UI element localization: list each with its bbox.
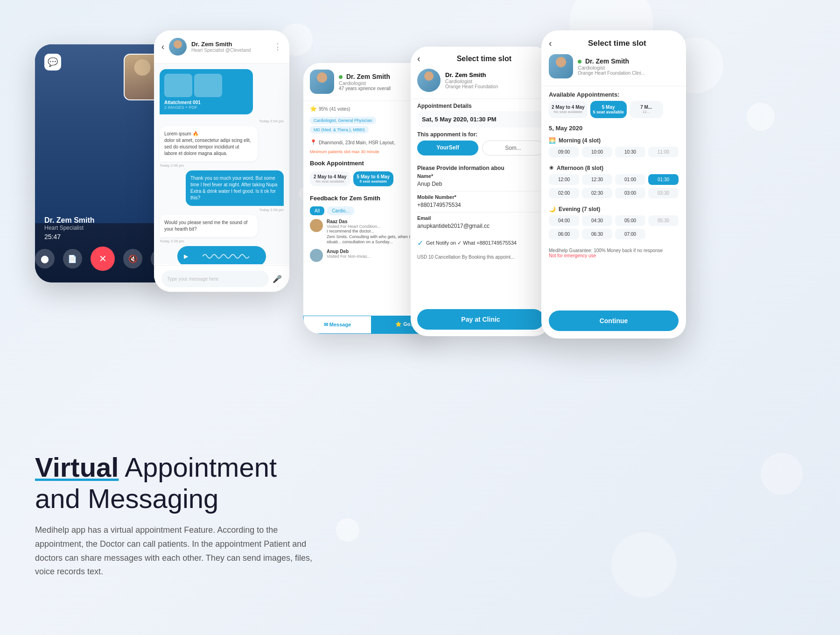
- tab-all[interactable]: All: [310, 206, 324, 215]
- phone-appointment: ‹ Select time slot Dr. Zem Smith Cardiol…: [411, 47, 551, 336]
- chat-menu-button[interactable]: ⋮: [273, 42, 282, 52]
- back-button[interactable]: ‹: [161, 42, 164, 52]
- apt-doctor-avatar: [417, 69, 441, 92]
- msg-time-3: Today 2:08 pm: [160, 208, 284, 212]
- profile-doctor-name: Dr. Zem Smith: [339, 73, 391, 80]
- headline-bold: Virtual: [35, 452, 119, 482]
- date-card-2[interactable]: 5 May to 6 May 5 seat available: [353, 171, 394, 186]
- ts-date-card-1[interactable]: 2 May to 4 May No seat available: [549, 101, 588, 118]
- rating-icon: ⭐: [310, 106, 317, 112]
- evening-icon: 🌙: [549, 206, 556, 212]
- reviewer-2-avatar: [310, 249, 323, 262]
- patient-info-section: Please Provide information abou Name* An…: [411, 162, 551, 236]
- slot-1100[interactable]: 11:00: [648, 147, 679, 157]
- slot-0300[interactable]: 03:00: [615, 188, 645, 198]
- info-title: Please Provide information abou: [417, 165, 544, 173]
- slot-0700[interactable]: 07:00: [615, 229, 645, 240]
- chat-messages: Attatchment 001 2 IMAGES + PDF Today 2:0…: [154, 64, 289, 264]
- tag-degrees: MD (Med. & Thera.), MBBS: [310, 126, 369, 134]
- profile-doctor-avatar: [310, 70, 334, 94]
- notify-text: Get Notify on ✓ What +8801749575534: [426, 240, 517, 246]
- call-controls-bar: ⬤ 📄 ✕ 🔇 📷: [35, 247, 170, 271]
- slot-0500[interactable]: 05:00: [615, 215, 645, 226]
- play-icon[interactable]: ▶: [184, 253, 188, 260]
- attachment-message: Attatchment 001 2 IMAGES + PDF: [160, 69, 253, 114]
- ts-doctor-info: Dr. Zem Smith Cardiologist Orange Heart …: [578, 57, 645, 76]
- for-self-button[interactable]: YourSelf: [417, 141, 478, 155]
- bottom-text-section: Virtual Appointmentand Messaging Medihel…: [35, 452, 315, 579]
- rating-value: 95% (41 votes): [319, 106, 350, 112]
- doctor-specialty-video: Heart Specialist: [44, 225, 95, 231]
- reviewer-2-sub: Visited For Non-Invas...: [327, 254, 371, 259]
- for-label: This apponment is for:: [417, 131, 544, 141]
- for-someone-button[interactable]: Som...: [482, 141, 544, 155]
- voice-waveform: [192, 251, 259, 262]
- apt-details-label: Appointment Details: [411, 99, 551, 111]
- chat-header: ‹ Dr. Zem Smith Heart Specialist @Clevel…: [154, 30, 289, 64]
- msg-question: Would you please send me the sound of yo…: [160, 215, 258, 237]
- slot-0530[interactable]: 05:30: [648, 215, 679, 226]
- tab-cardio[interactable]: Cardio...: [327, 206, 354, 215]
- profile-experience: 47 years xprience overall: [339, 86, 391, 91]
- ts-doctor-name: Dr. Zem Smith: [578, 57, 645, 65]
- doctor-info-overlay: Dr. Zem Smith Heart Specialist 25:47: [44, 216, 95, 240]
- slot-1000[interactable]: 10:00: [582, 147, 612, 157]
- name-value: Anup Deb: [417, 181, 544, 187]
- slot-0230[interactable]: 02:30: [582, 188, 612, 198]
- end-call-button[interactable]: ✕: [91, 247, 115, 271]
- check-icon: ✓: [417, 239, 423, 247]
- mic-icon[interactable]: 🎤: [273, 275, 282, 283]
- mute-button[interactable]: 🔇: [123, 249, 143, 268]
- apt-title: Select time slot: [424, 55, 544, 63]
- ts-specialty: Cardiologist: [578, 65, 645, 71]
- attachment-thumb-1: [164, 74, 192, 97]
- msg-question-text: Would you please send me the sound of yo…: [164, 220, 247, 232]
- evening-title: 🌙 Evening (7 slot): [549, 206, 679, 212]
- record-button[interactable]: ⬤: [35, 249, 55, 268]
- chat-placeholder: Type your message here: [167, 276, 218, 282]
- email-label: Email: [417, 215, 544, 221]
- msg-lorem-text: Lorem ipsum 🔥dolor sit amet, consectetur…: [164, 131, 251, 156]
- slot-0400[interactable]: 04:00: [549, 215, 579, 226]
- afternoon-title: ☀ Afternoon (8 slot): [549, 165, 679, 171]
- chat-input[interactable]: Type your message here: [161, 270, 269, 287]
- ts-date-card-2[interactable]: 5 May 5 seat available: [590, 101, 627, 118]
- evening-slots: 04:00 04:30 05:00 05:30 06:00 06:30 07:0…: [549, 215, 679, 240]
- notify-section: ✓ Get Notify on ✓ What +8801749575534: [411, 236, 551, 250]
- slot-0900[interactable]: 09:00: [549, 147, 579, 157]
- chat-doctor-info: Dr. Zem Smith Heart Specialist @Clevelan…: [191, 41, 251, 53]
- chat-icon[interactable]: 💬: [44, 54, 61, 71]
- slot-0200[interactable]: 02:00: [549, 188, 579, 198]
- emergency-note: Not for emergency use: [549, 253, 596, 258]
- msg-time-2: Today 2:06 pm: [160, 163, 284, 168]
- continue-button[interactable]: Continue: [549, 310, 679, 331]
- slot-0100[interactable]: 01:00: [615, 174, 645, 185]
- warning-text: Minimum patients slot max 30 minute: [310, 149, 379, 154]
- ts-date-card-3[interactable]: 7 M... 12...: [630, 101, 663, 118]
- slot-0330[interactable]: 03:30: [648, 188, 679, 198]
- reviewer-1-avatar: [310, 219, 323, 232]
- apt-doctor-name: Dr. Zem Smith: [445, 71, 498, 78]
- message-button[interactable]: ✉ Message: [303, 316, 371, 334]
- apt-date: Sat, 5 May 2020, 01:30 PM: [422, 116, 539, 123]
- date-card-1[interactable]: 2 May to 4 May No seat available: [310, 171, 350, 186]
- ts-available-label: Available Appointments:: [541, 86, 686, 101]
- pay-button[interactable]: Pay at Clinic: [417, 309, 544, 330]
- slot-0630[interactable]: 06:30: [582, 229, 612, 240]
- slot-1230[interactable]: 12:30: [582, 174, 612, 185]
- ts-doctor-avatar: [549, 54, 573, 78]
- morning-title: 🌅 Morning (4 slot): [549, 137, 679, 144]
- voice-message: ▶: [177, 246, 266, 264]
- chat-doctor-avatar: [169, 38, 187, 56]
- slot-1030[interactable]: 10:30: [615, 147, 645, 157]
- slot-0600[interactable]: 06:00: [549, 229, 579, 240]
- document-button[interactable]: 📄: [63, 249, 83, 268]
- slot-1200[interactable]: 12:00: [549, 174, 579, 185]
- afternoon-period: ☀ Afternoon (8 slot) 12:00 12:30 01:00 0…: [541, 162, 686, 203]
- ts-back-button[interactable]: ‹: [549, 38, 552, 49]
- slot-0430[interactable]: 04:30: [582, 215, 612, 226]
- apt-back-button[interactable]: ‹: [417, 53, 420, 64]
- slot-0130[interactable]: 01:30: [648, 174, 679, 185]
- profile-specialty: Cardiologist: [339, 80, 391, 86]
- reviewer-2-name: Anup Deb: [327, 249, 371, 254]
